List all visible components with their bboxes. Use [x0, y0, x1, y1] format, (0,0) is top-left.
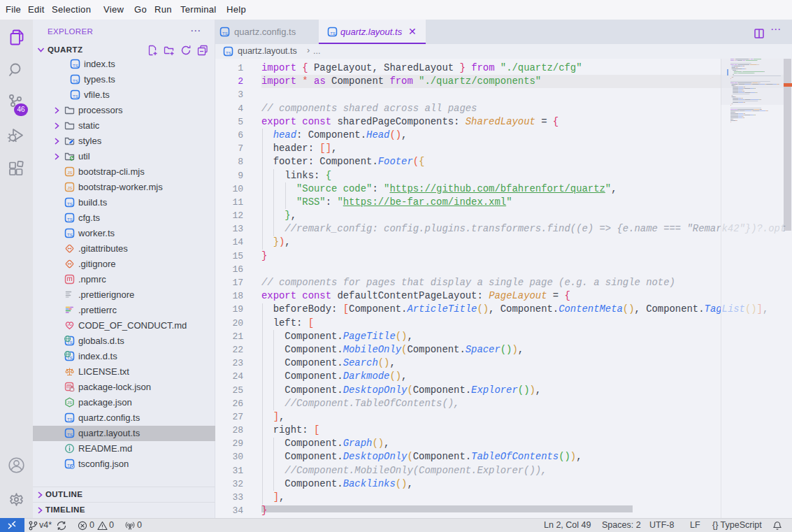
svg-text:TS: TS: [67, 202, 73, 206]
svg-text:TS: TS: [73, 79, 78, 83]
svg-text:TS: TS: [73, 64, 78, 68]
svg-text:JS: JS: [67, 401, 72, 405]
svg-text:TS: TS: [226, 51, 231, 55]
svg-text:JS: JS: [67, 170, 72, 175]
svg-text:TS: TS: [67, 233, 73, 237]
svg-text:TS: TS: [222, 31, 228, 36]
svg-text:TS: TS: [67, 433, 73, 437]
svg-text:TS: TS: [67, 217, 73, 222]
svg-text:TS: TS: [67, 417, 73, 422]
svg-text:JS: JS: [67, 185, 72, 190]
svg-text:TS: TS: [330, 31, 336, 36]
svg-text:TS: TS: [73, 94, 78, 99]
